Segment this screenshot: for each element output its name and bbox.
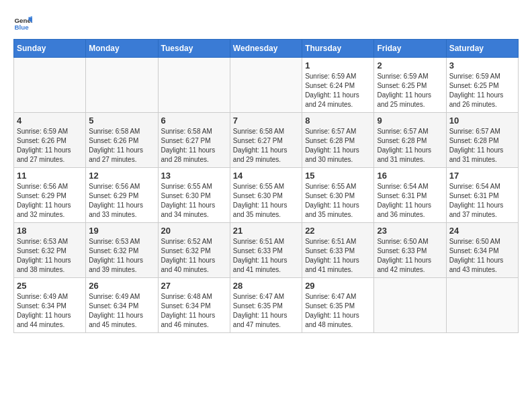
calendar-cell: 16Sunrise: 6:54 AM Sunset: 6:31 PM Dayli…	[374, 168, 446, 223]
day-header-wednesday: Wednesday	[230, 40, 302, 58]
calendar-cell: 12Sunrise: 6:56 AM Sunset: 6:29 PM Dayli…	[86, 168, 158, 223]
day-info: Sunrise: 6:53 AM Sunset: 6:32 PM Dayligh…	[89, 237, 154, 275]
day-info: Sunrise: 6:55 AM Sunset: 6:30 PM Dayligh…	[161, 182, 227, 220]
day-number: 4	[17, 116, 83, 126]
calendar-cell: 24Sunrise: 6:50 AM Sunset: 6:34 PM Dayli…	[446, 223, 518, 278]
day-info: Sunrise: 6:56 AM Sunset: 6:29 PM Dayligh…	[89, 182, 154, 220]
day-info: Sunrise: 6:57 AM Sunset: 6:28 PM Dayligh…	[449, 127, 515, 165]
calendar-cell: 18Sunrise: 6:53 AM Sunset: 6:32 PM Dayli…	[14, 223, 86, 278]
svg-text:Blue: Blue	[14, 24, 29, 31]
logo: General Blue	[13, 13, 35, 32]
calendar-cell: 7Sunrise: 6:58 AM Sunset: 6:27 PM Daylig…	[230, 113, 302, 168]
day-info: Sunrise: 6:57 AM Sunset: 6:28 PM Dayligh…	[305, 127, 371, 165]
day-number: 6	[161, 116, 227, 126]
day-info: Sunrise: 6:58 AM Sunset: 6:26 PM Dayligh…	[89, 127, 154, 165]
day-header-saturday: Saturday	[446, 40, 518, 58]
day-number: 27	[161, 281, 227, 291]
calendar-cell: 1Sunrise: 6:59 AM Sunset: 6:24 PM Daylig…	[302, 58, 374, 113]
calendar-header: SundayMondayTuesdayWednesdayThursdayFrid…	[14, 40, 519, 58]
calendar-cell: 20Sunrise: 6:52 AM Sunset: 6:32 PM Dayli…	[158, 223, 230, 278]
calendar-cell: 25Sunrise: 6:49 AM Sunset: 6:34 PM Dayli…	[14, 278, 86, 333]
calendar-cell	[158, 58, 230, 113]
day-header-thursday: Thursday	[302, 40, 374, 58]
day-info: Sunrise: 6:51 AM Sunset: 6:33 PM Dayligh…	[305, 237, 371, 275]
calendar-cell: 8Sunrise: 6:57 AM Sunset: 6:28 PM Daylig…	[302, 113, 374, 168]
day-info: Sunrise: 6:59 AM Sunset: 6:25 PM Dayligh…	[449, 72, 515, 109]
day-info: Sunrise: 6:56 AM Sunset: 6:29 PM Dayligh…	[17, 182, 83, 220]
calendar-cell	[230, 58, 302, 113]
day-header-sunday: Sunday	[14, 40, 86, 58]
calendar-cell: 14Sunrise: 6:55 AM Sunset: 6:30 PM Dayli…	[230, 168, 302, 223]
day-info: Sunrise: 6:52 AM Sunset: 6:32 PM Dayligh…	[161, 237, 227, 275]
calendar-cell: 5Sunrise: 6:58 AM Sunset: 6:26 PM Daylig…	[86, 113, 158, 168]
day-info: Sunrise: 6:49 AM Sunset: 6:34 PM Dayligh…	[89, 292, 154, 330]
day-number: 29	[305, 281, 371, 291]
day-number: 7	[233, 116, 299, 126]
day-number: 22	[305, 226, 371, 236]
calendar-cell	[14, 58, 86, 113]
calendar-cell	[446, 278, 518, 333]
calendar-cell: 19Sunrise: 6:53 AM Sunset: 6:32 PM Dayli…	[86, 223, 158, 278]
day-number: 9	[377, 116, 443, 126]
header-row: SundayMondayTuesdayWednesdayThursdayFrid…	[14, 40, 519, 58]
day-info: Sunrise: 6:59 AM Sunset: 6:25 PM Dayligh…	[377, 72, 443, 109]
calendar-cell: 3Sunrise: 6:59 AM Sunset: 6:25 PM Daylig…	[446, 58, 518, 113]
day-info: Sunrise: 6:49 AM Sunset: 6:34 PM Dayligh…	[17, 292, 83, 330]
calendar-cell: 11Sunrise: 6:56 AM Sunset: 6:29 PM Dayli…	[14, 168, 86, 223]
calendar-cell: 21Sunrise: 6:51 AM Sunset: 6:33 PM Dayli…	[230, 223, 302, 278]
calendar-cell: 22Sunrise: 6:51 AM Sunset: 6:33 PM Dayli…	[302, 223, 374, 278]
calendar-cell: 2Sunrise: 6:59 AM Sunset: 6:25 PM Daylig…	[374, 58, 446, 113]
calendar-cell	[374, 278, 446, 333]
day-number: 24	[449, 226, 515, 236]
header: General Blue	[13, 13, 519, 32]
day-info: Sunrise: 6:48 AM Sunset: 6:34 PM Dayligh…	[161, 292, 227, 330]
day-number: 8	[305, 116, 371, 126]
day-number: 13	[161, 171, 227, 181]
day-number: 16	[377, 171, 443, 181]
day-info: Sunrise: 6:47 AM Sunset: 6:35 PM Dayligh…	[305, 292, 371, 330]
day-info: Sunrise: 6:47 AM Sunset: 6:35 PM Dayligh…	[233, 292, 299, 330]
day-info: Sunrise: 6:50 AM Sunset: 6:34 PM Dayligh…	[449, 237, 515, 275]
day-number: 20	[161, 226, 227, 236]
day-info: Sunrise: 6:55 AM Sunset: 6:30 PM Dayligh…	[233, 182, 299, 220]
day-info: Sunrise: 6:57 AM Sunset: 6:28 PM Dayligh…	[377, 127, 443, 165]
calendar-cell: 28Sunrise: 6:47 AM Sunset: 6:35 PM Dayli…	[230, 278, 302, 333]
week-row-4: 18Sunrise: 6:53 AM Sunset: 6:32 PM Dayli…	[14, 223, 519, 278]
calendar-cell: 15Sunrise: 6:55 AM Sunset: 6:30 PM Dayli…	[302, 168, 374, 223]
calendar-cell: 27Sunrise: 6:48 AM Sunset: 6:34 PM Dayli…	[158, 278, 230, 333]
day-info: Sunrise: 6:59 AM Sunset: 6:24 PM Dayligh…	[305, 72, 371, 109]
day-number: 11	[17, 171, 83, 181]
day-number: 14	[233, 171, 299, 181]
day-number: 15	[305, 171, 371, 181]
day-number: 1	[305, 60, 371, 71]
day-info: Sunrise: 6:54 AM Sunset: 6:31 PM Dayligh…	[449, 182, 515, 220]
calendar-cell: 29Sunrise: 6:47 AM Sunset: 6:35 PM Dayli…	[302, 278, 374, 333]
day-header-tuesday: Tuesday	[158, 40, 230, 58]
day-number: 26	[89, 281, 154, 291]
day-info: Sunrise: 6:55 AM Sunset: 6:30 PM Dayligh…	[305, 182, 371, 220]
week-row-3: 11Sunrise: 6:56 AM Sunset: 6:29 PM Dayli…	[14, 168, 519, 223]
day-number: 10	[449, 116, 515, 126]
calendar-cell: 4Sunrise: 6:59 AM Sunset: 6:26 PM Daylig…	[14, 113, 86, 168]
day-number: 23	[377, 226, 443, 236]
day-number: 28	[233, 281, 299, 291]
calendar-cell: 6Sunrise: 6:58 AM Sunset: 6:27 PM Daylig…	[158, 113, 230, 168]
calendar-cell: 13Sunrise: 6:55 AM Sunset: 6:30 PM Dayli…	[158, 168, 230, 223]
calendar-cell	[86, 58, 158, 113]
calendar-cell: 17Sunrise: 6:54 AM Sunset: 6:31 PM Dayli…	[446, 168, 518, 223]
calendar-cell: 9Sunrise: 6:57 AM Sunset: 6:28 PM Daylig…	[374, 113, 446, 168]
day-info: Sunrise: 6:51 AM Sunset: 6:33 PM Dayligh…	[233, 237, 299, 275]
day-number: 17	[449, 171, 515, 181]
calendar-cell: 10Sunrise: 6:57 AM Sunset: 6:28 PM Dayli…	[446, 113, 518, 168]
day-info: Sunrise: 6:58 AM Sunset: 6:27 PM Dayligh…	[161, 127, 227, 165]
calendar-cell: 23Sunrise: 6:50 AM Sunset: 6:33 PM Dayli…	[374, 223, 446, 278]
day-info: Sunrise: 6:53 AM Sunset: 6:32 PM Dayligh…	[17, 237, 83, 275]
day-number: 19	[89, 226, 154, 236]
calendar-cell: 26Sunrise: 6:49 AM Sunset: 6:34 PM Dayli…	[86, 278, 158, 333]
logo-icon: General Blue	[13, 13, 32, 32]
day-info: Sunrise: 6:50 AM Sunset: 6:33 PM Dayligh…	[377, 237, 443, 275]
day-header-monday: Monday	[86, 40, 158, 58]
day-number: 18	[17, 226, 83, 236]
day-number: 3	[449, 60, 515, 71]
calendar-table: SundayMondayTuesdayWednesdayThursdayFrid…	[13, 39, 519, 333]
